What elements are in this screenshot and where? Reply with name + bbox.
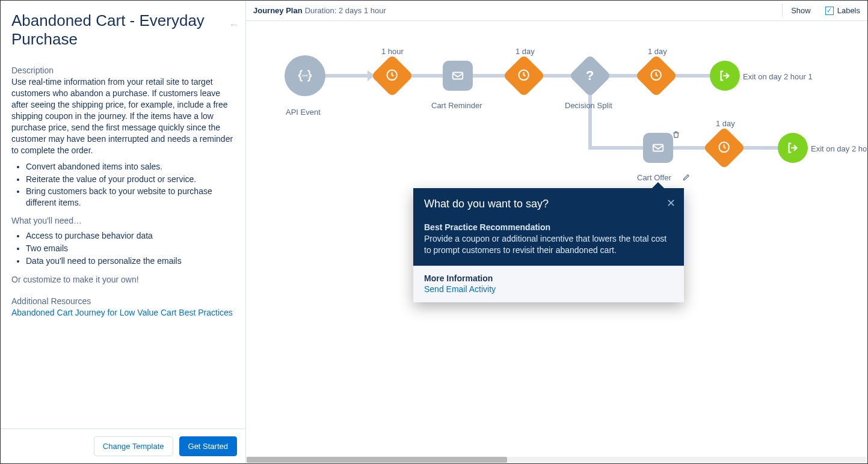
svg-point-2	[307, 76, 307, 76]
envelope-icon	[451, 69, 464, 82]
wait-node-1-label: 1 hour	[381, 47, 404, 56]
list-item: Two emails	[26, 243, 235, 254]
exit-node-1[interactable]	[710, 61, 740, 91]
get-started-button[interactable]: Get Started	[179, 436, 237, 456]
page-title: Abandoned Cart - Everyday Purchase	[11, 11, 235, 49]
checkbox-icon: ✓	[825, 7, 834, 15]
wait-node-2[interactable]	[503, 55, 546, 97]
list-item: Reiterate the value of your product or s…	[26, 174, 235, 185]
customize-text: Or customize to make it your own!	[11, 274, 235, 285]
svg-rect-7	[653, 145, 663, 151]
email-node-1-label: Cart Reminder	[431, 101, 482, 110]
resources-label: Additional Resources	[11, 296, 235, 306]
decision-node[interactable]: ?	[569, 55, 612, 97]
sidebar: ← Abandoned Cart - Everyday Purchase Des…	[1, 1, 246, 463]
resources-link[interactable]: Abandoned Cart Journey for Low Value Car…	[11, 308, 233, 317]
list-item: Data you'll need to personalize the emai…	[26, 255, 235, 267]
svg-point-0	[303, 76, 303, 76]
clock-icon	[718, 141, 731, 154]
exit-node-2[interactable]	[778, 133, 808, 163]
need-label: What you'll need…	[11, 216, 235, 225]
change-template-button[interactable]: Change Template	[94, 436, 173, 456]
wait-node-1[interactable]	[371, 55, 414, 97]
sidebar-footer: Change Template Get Started	[1, 429, 245, 463]
list-item: Convert abandoned items into sales.	[26, 161, 235, 172]
braces-icon	[297, 68, 313, 84]
wait-node-3[interactable]	[635, 55, 678, 97]
popover: What do you want to say? ✕ Best Practice…	[413, 188, 684, 302]
popover-title: What do you want to say?	[424, 198, 673, 210]
close-icon[interactable]: ✕	[666, 197, 676, 210]
email-node-2-label: Cart Offer	[637, 173, 671, 182]
canvas-header: Journey Plan Duration: 2 days 1 hour Sho…	[246, 1, 867, 21]
canvas: Journey Plan Duration: 2 days 1 hour Sho…	[246, 1, 867, 463]
connector	[588, 146, 793, 150]
email-node-2[interactable]	[643, 133, 673, 163]
list-item: Access to purchase behavior data	[26, 230, 235, 242]
description-text: Use real-time information from your reta…	[11, 76, 235, 156]
list-item: Bring customers back to your website to …	[26, 186, 235, 209]
svg-point-1	[305, 76, 306, 76]
envelope-icon	[651, 141, 665, 154]
labels-toggle[interactable]: ✓ Labels	[825, 6, 860, 15]
more-information-label: More Information	[424, 273, 673, 283]
exit-icon	[786, 141, 799, 154]
exit-icon	[718, 69, 731, 82]
delete-icon[interactable]	[672, 130, 680, 139]
labels-label: Labels	[837, 6, 860, 15]
wait-node-2-label: 1 day	[516, 47, 535, 56]
best-practice-label: Best Practice Recommendation	[424, 222, 673, 232]
description-label: Description	[11, 66, 235, 75]
exit-node-1-label: Exit on day 2 hour 1	[743, 72, 813, 81]
entry-node-label: API Event	[286, 108, 321, 117]
clock-icon	[517, 69, 531, 82]
popover-arrow	[651, 182, 665, 189]
send-email-activity-link[interactable]: Send Email Activity	[424, 284, 673, 294]
clock-icon	[650, 69, 663, 82]
description-bullets: Convert abandoned items into sales. Reit…	[11, 161, 235, 209]
decision-node-label: Decision Split	[565, 101, 612, 110]
back-arrow-icon[interactable]: ←	[229, 19, 239, 31]
question-icon: ?	[586, 68, 594, 84]
wait-node-4[interactable]	[703, 127, 746, 169]
journey-plan-label: Journey Plan	[253, 6, 303, 15]
exit-node-2-label: Exit on day 2 hour 1	[811, 144, 867, 153]
scrollbar-thumb[interactable]	[247, 457, 507, 463]
wait-node-3-label: 1 day	[648, 47, 667, 56]
show-button[interactable]: Show	[782, 4, 819, 17]
email-node-1[interactable]	[443, 61, 473, 91]
edit-icon[interactable]	[682, 173, 691, 182]
need-bullets: Access to purchase behavior data Two ema…	[11, 230, 235, 267]
wait-node-4-label: 1 day	[716, 119, 735, 128]
horizontal-scrollbar[interactable]	[247, 457, 867, 463]
duration-text: Duration: 2 days 1 hour	[305, 6, 386, 15]
entry-node[interactable]	[285, 55, 325, 96]
svg-rect-4	[453, 73, 463, 79]
best-practice-text: Provide a coupon or additional incentive…	[424, 233, 673, 256]
clock-icon	[386, 69, 399, 82]
